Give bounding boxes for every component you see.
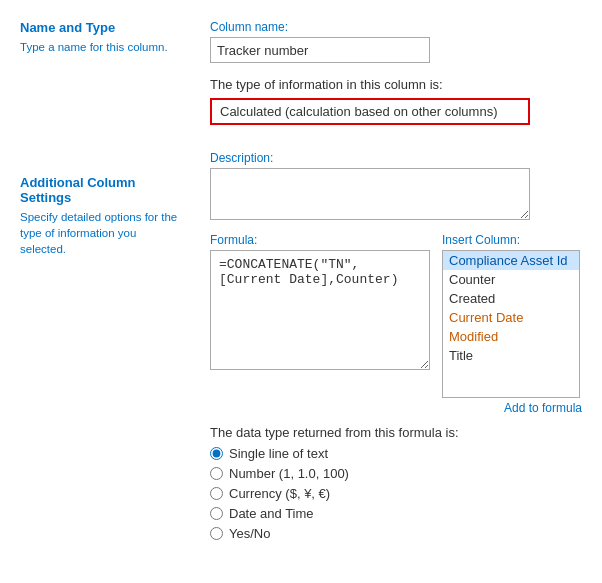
description-textarea[interactable] (210, 168, 530, 220)
description-label: Description: (210, 151, 582, 165)
radio-label: Single line of text (229, 446, 328, 461)
return-type-radio[interactable] (210, 447, 223, 460)
radio-label: Number (1, 1.0, 100) (229, 466, 349, 481)
column-name-label: Column name: (210, 20, 582, 34)
return-type-radio[interactable] (210, 467, 223, 480)
formula-label: Formula: (210, 233, 430, 247)
return-type-radio[interactable] (210, 487, 223, 500)
section2-title: Additional Column Settings (20, 175, 180, 205)
section1-desc: Type a name for this column. (20, 39, 180, 55)
insert-column-item[interactable]: Title (443, 346, 579, 365)
insert-column-item[interactable]: Created (443, 289, 579, 308)
insert-column-item[interactable]: Current Date (443, 308, 579, 327)
return-type-radio[interactable] (210, 507, 223, 520)
insert-column-label: Insert Column: (442, 233, 582, 247)
insert-column-listbox[interactable]: Compliance Asset IdCounterCreatedCurrent… (442, 250, 580, 398)
formula-textarea[interactable]: =CONCATENATE("TN", [Current Date],Counte… (210, 250, 430, 370)
type-info-text: The type of information in this column i… (210, 77, 582, 92)
radio-row: Date and Time (210, 506, 582, 521)
add-to-formula-link[interactable]: Add to formula (442, 401, 582, 415)
section2-desc: Specify detailed options for the type of… (20, 209, 180, 257)
radio-row: Currency ($, ¥, €) (210, 486, 582, 501)
radio-label: Currency ($, ¥, €) (229, 486, 330, 501)
column-name-input[interactable] (210, 37, 430, 63)
radio-row: Number (1, 1.0, 100) (210, 466, 582, 481)
insert-column-item[interactable]: Counter (443, 270, 579, 289)
return-type-radio[interactable] (210, 527, 223, 540)
section1-title: Name and Type (20, 20, 180, 35)
column-type-box[interactable]: Calculated (calculation based on other c… (210, 98, 530, 125)
radio-label: Yes/No (229, 526, 270, 541)
insert-column-item[interactable]: Modified (443, 327, 579, 346)
radio-row: Yes/No (210, 526, 582, 541)
radio-label: Date and Time (229, 506, 314, 521)
insert-column-item[interactable]: Compliance Asset Id (443, 251, 579, 270)
return-type-label: The data type returned from this formula… (210, 425, 582, 440)
radio-row: Single line of text (210, 446, 582, 461)
